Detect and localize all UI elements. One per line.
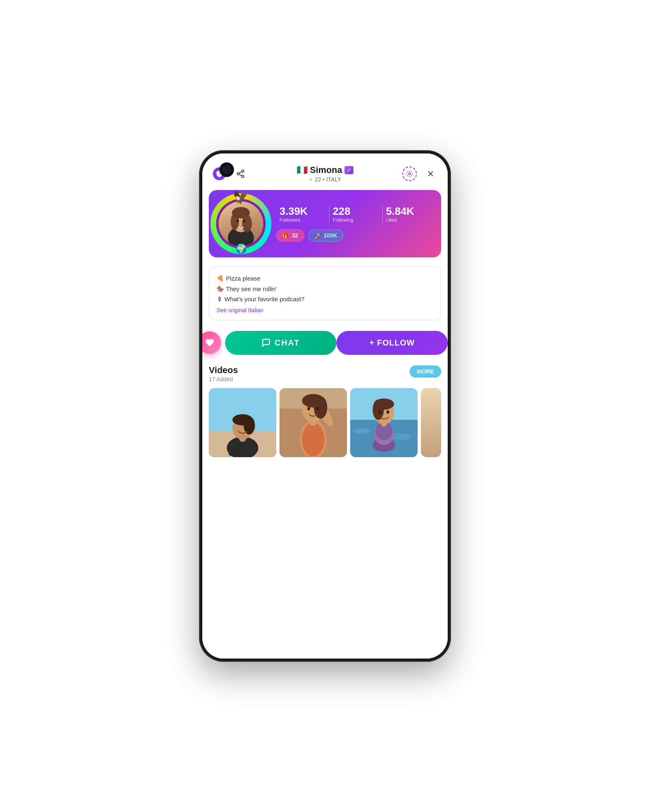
video-thumbnail-2[interactable] — [280, 388, 347, 457]
user-name-row: 🇮🇹 Simona ✓ — [248, 165, 402, 175]
wing-decoration: 🦅 — [233, 190, 249, 205]
svg-point-6 — [409, 173, 411, 175]
videos-header: Videos 17 Added MORE — [209, 365, 441, 382]
svg-point-48 — [379, 410, 381, 413]
following-value: 228 — [333, 206, 382, 216]
verified-icon: ✓ — [344, 166, 353, 174]
svg-point-25 — [244, 416, 255, 434]
bio-text-1: 🍕 Pizza please — [217, 273, 260, 284]
videos-section: Videos 17 Added MORE — [202, 360, 448, 659]
screen-content: ! — [202, 153, 448, 659]
following-label: Following — [333, 217, 382, 223]
videos-grid — [209, 388, 441, 457]
follow-button-label: + FOLLOW — [369, 338, 415, 348]
settings-button[interactable] — [402, 166, 417, 181]
action-buttons-row: CHAT + FOLLOW — [202, 326, 448, 360]
videos-title: Videos — [209, 365, 238, 375]
stats-row: 3.39K Followers 228 Following 5.84K Like… — [276, 206, 436, 223]
rocket-icon: 🚀 — [314, 232, 321, 239]
chat-button-label: CHAT — [275, 338, 300, 348]
svg-point-36 — [316, 407, 319, 410]
gender-age-country: ♀ 22 • ITALY — [309, 176, 341, 183]
bio-line-1: 🍕 Pizza please — [217, 273, 433, 284]
bio-line-3: 🎙 What's your favorite podcast? — [217, 294, 433, 304]
gifts-badge[interactable]: 🎁 32 — [276, 229, 304, 242]
close-button[interactable] — [423, 166, 438, 181]
likes-stat: 5.84K Likes — [382, 206, 436, 223]
bottom-decoration: 🌍 — [236, 244, 247, 254]
likes-label: Likes — [386, 217, 436, 223]
camera-lens — [223, 166, 231, 174]
stats-banner: 🦅 — [209, 190, 441, 257]
following-stat: 228 Following — [329, 206, 382, 223]
phone-screen: ! — [202, 153, 448, 659]
followers-stat: 3.39K Followers — [276, 206, 329, 223]
see-original-link[interactable]: See original Italian — [217, 307, 433, 313]
svg-line-4 — [239, 174, 242, 176]
bio-box: 🍕 Pizza please 🏇 They see me rollin' 🎙 W… — [209, 266, 441, 320]
svg-point-15 — [232, 207, 250, 218]
chat-button[interactable]: CHAT — [225, 331, 336, 355]
bio-line-2: 🏇 They see me rollin' — [217, 284, 433, 294]
svg-point-3 — [242, 175, 244, 178]
gear-icon — [402, 166, 417, 181]
svg-point-17 — [243, 220, 245, 222]
gift-icon: 🎁 — [282, 232, 289, 239]
followers-label: Followers — [280, 217, 329, 223]
flag-icon: 🇮🇹 — [297, 165, 308, 175]
svg-point-29 — [302, 423, 324, 456]
avatar-photo — [219, 201, 263, 246]
gifts-count: 32 — [292, 232, 298, 239]
svg-line-5 — [239, 172, 242, 173]
like-button[interactable] — [202, 331, 221, 354]
bio-text-2: 🏇 They see me rollin' — [217, 284, 277, 294]
svg-point-1 — [242, 170, 244, 173]
header-right-actions — [402, 166, 438, 181]
camera-cutout — [219, 162, 234, 177]
svg-point-39 — [353, 428, 370, 434]
profile-title: 🇮🇹 Simona ✓ ♀ 22 • ITALY — [248, 165, 402, 183]
score-badge[interactable]: 🚀 100K — [308, 229, 343, 242]
user-subtitle: ♀ 22 • ITALY — [248, 176, 402, 183]
videos-title-area: Videos 17 Added — [209, 365, 238, 382]
score-value: 100K — [324, 232, 337, 239]
profile-header: ! — [202, 153, 448, 187]
more-videos-button[interactable]: MORE — [410, 365, 441, 378]
svg-point-35 — [308, 407, 310, 410]
follow-button[interactable]: + FOLLOW — [336, 331, 448, 355]
video-thumbnail-1[interactable] — [209, 388, 276, 457]
svg-point-16 — [236, 220, 239, 222]
phone-frame: ! — [199, 150, 451, 662]
video-thumbnail-3[interactable] — [350, 388, 418, 457]
videos-subtitle: 17 Added — [209, 376, 238, 382]
likes-value: 5.84K — [386, 206, 436, 216]
video-thumbnail-4[interactable] — [421, 388, 441, 457]
stats-right: 3.39K Followers 228 Following 5.84K Like… — [276, 206, 436, 242]
svg-point-49 — [386, 410, 389, 413]
avatar-frame: 🦅 — [214, 197, 267, 250]
svg-point-2 — [237, 173, 240, 175]
followers-value: 3.39K — [280, 206, 329, 216]
svg-point-47 — [373, 400, 384, 420]
username: Simona — [310, 165, 342, 175]
badges-row: 🎁 32 🚀 100K — [276, 229, 436, 242]
share-button[interactable] — [233, 166, 248, 181]
bio-text-3: 🎙 What's your favorite podcast? — [217, 294, 304, 304]
